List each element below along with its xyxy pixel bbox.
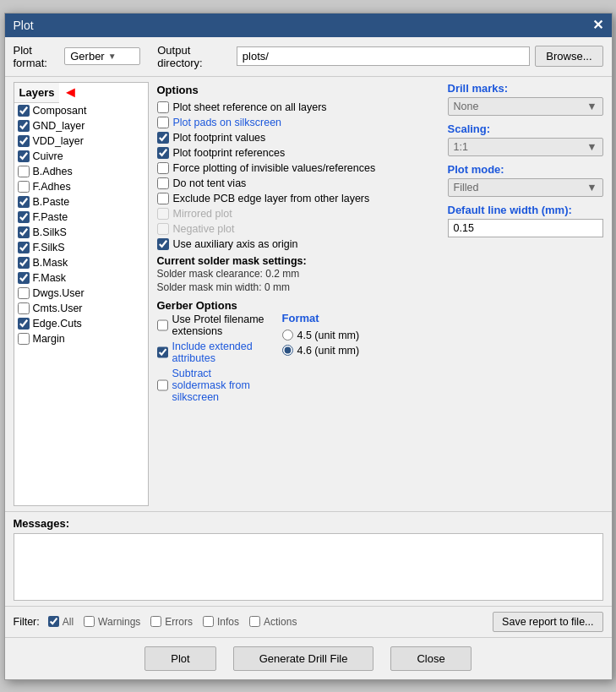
title-bar: Plot ✕ <box>5 14 612 37</box>
layer-name: VDD_layer <box>33 135 84 147</box>
format-radio[interactable] <box>282 345 293 356</box>
plot-format-select[interactable]: Gerber ▼ <box>64 47 140 65</box>
filter-checkbox-faction[interactable] <box>249 616 260 627</box>
filter-checkbox-fall[interactable] <box>48 616 59 627</box>
layer-name: Cuivre <box>33 150 63 162</box>
layer-checkbox[interactable] <box>18 257 30 269</box>
browse-button[interactable]: Browse... <box>535 46 602 67</box>
option-checkbox[interactable] <box>157 147 169 159</box>
option-label: Use auxiliary axis as origin <box>173 238 298 250</box>
layer-item[interactable]: Dwgs.User <box>14 286 148 301</box>
layer-item[interactable]: Composant <box>14 103 148 118</box>
layer-item[interactable]: Cuivre <box>14 149 148 164</box>
option-row: Plot sheet reference on all layers <box>157 100 434 115</box>
format-option-row: 4.6 (unit mm) <box>282 343 434 358</box>
filter-checkbox-finfo[interactable] <box>203 616 214 627</box>
layer-checkbox[interactable] <box>18 120 30 132</box>
drill-marks-select[interactable]: None ▼ <box>448 97 603 116</box>
layer-item[interactable]: Cmts.User <box>14 301 148 316</box>
save-report-button[interactable]: Save report to file... <box>493 612 602 632</box>
layer-item[interactable]: F.SilkS <box>14 240 148 255</box>
scaling-select[interactable]: 1:1 ▼ <box>448 138 603 156</box>
filter-checkbox-fwarn[interactable] <box>84 616 95 627</box>
gerber-option-checkbox[interactable] <box>157 346 168 358</box>
format-title: Format <box>282 312 434 324</box>
layers-panel: Layers ◄ ComposantGND_layerVDD_layerCuiv… <box>14 82 149 506</box>
scaling-group: Scaling: 1:1 ▼ <box>448 123 603 156</box>
layer-checkbox[interactable] <box>18 211 30 223</box>
layer-name: B.Paste <box>33 196 70 208</box>
layer-name: Edge.Cuts <box>33 318 82 330</box>
close-icon[interactable]: ✕ <box>592 19 603 32</box>
layer-checkbox[interactable] <box>18 135 30 147</box>
option-label: Do not tent vias <box>173 177 247 189</box>
layer-item[interactable]: B.SilkS <box>14 225 148 240</box>
chevron-down-icon: ▼ <box>586 101 597 112</box>
solder-mask-section: Current solder mask settings: Solder mas… <box>157 255 434 294</box>
messages-section: Messages: <box>5 511 612 606</box>
layer-checkbox[interactable] <box>18 226 30 238</box>
line-width-input[interactable] <box>448 219 603 237</box>
drill-marks-title: Drill marks: <box>448 82 603 95</box>
layer-name: F.Mask <box>33 272 67 284</box>
option-checkbox[interactable] <box>157 117 169 128</box>
generate-drill-button[interactable]: Generate Drill File <box>233 646 374 671</box>
format-options: 4.5 (unit mm)4.6 (unit mm) <box>282 328 434 358</box>
layer-item[interactable]: B.Mask <box>14 255 148 270</box>
layer-checkbox[interactable] <box>18 333 30 345</box>
layer-checkbox[interactable] <box>18 318 30 330</box>
output-dir-section: Output directory: Browse... <box>157 44 602 69</box>
chevron-down-icon: ▼ <box>586 182 597 193</box>
layer-checkbox[interactable] <box>18 242 30 253</box>
layer-item[interactable]: F.Paste <box>14 210 148 225</box>
option-checkbox[interactable] <box>157 132 169 144</box>
layer-item[interactable]: F.Adhes <box>14 179 148 194</box>
layer-item[interactable]: Margin <box>14 331 148 346</box>
option-label: Exclude PCB edge layer from other layers <box>173 193 370 204</box>
layer-checkbox[interactable] <box>18 166 30 177</box>
layer-item[interactable]: Edge.Cuts <box>14 316 148 331</box>
layer-name: Composant <box>33 105 87 117</box>
layer-checkbox[interactable] <box>18 196 30 208</box>
output-dir-input[interactable] <box>237 46 531 66</box>
layer-checkbox[interactable] <box>18 181 30 193</box>
option-row: Exclude PCB edge layer from other layers <box>157 191 434 206</box>
option-checkbox[interactable] <box>157 101 169 113</box>
solder-mask-title: Current solder mask settings: <box>157 255 434 267</box>
filter-checkbox-ferr[interactable] <box>150 616 161 627</box>
option-checkbox[interactable] <box>157 177 169 189</box>
option-label: Plot sheet reference on all layers <box>173 101 327 113</box>
plot-mode-title: Plot mode: <box>448 163 603 176</box>
chevron-down-icon: ▼ <box>586 141 597 153</box>
layer-checkbox[interactable] <box>18 302 30 314</box>
bottom-buttons: Plot Generate Drill File Close <box>5 637 612 679</box>
output-dir-label: Output directory: <box>157 44 232 69</box>
layer-item[interactable]: VDD_layer <box>14 133 148 149</box>
option-checkbox[interactable] <box>157 162 169 174</box>
gerber-option-checkbox[interactable] <box>157 319 168 331</box>
plot-button[interactable]: Plot <box>144 646 215 671</box>
layer-checkbox[interactable] <box>18 287 30 299</box>
messages-area <box>14 533 603 601</box>
plot-format-section: Plot format: Gerber ▼ <box>14 44 141 69</box>
layer-item[interactable]: B.Adhes <box>14 164 148 179</box>
layer-checkbox[interactable] <box>18 150 30 162</box>
layer-item[interactable]: F.Mask <box>14 270 148 286</box>
option-row: Force plotting of invisible values/refer… <box>157 161 434 176</box>
plot-mode-select[interactable]: Filled ▼ <box>448 178 603 197</box>
format-radio[interactable] <box>282 330 293 341</box>
layer-name: F.Paste <box>33 211 68 223</box>
layer-name: Margin <box>33 333 65 345</box>
layer-name: B.SilkS <box>33 226 67 238</box>
option-checkbox[interactable] <box>157 238 169 250</box>
close-button[interactable]: Close <box>390 646 471 671</box>
filter-label-fall: All <box>63 616 74 628</box>
option-checkbox[interactable] <box>157 193 169 204</box>
layer-item[interactable]: GND_layer <box>14 118 148 133</box>
gerber-option-checkbox[interactable] <box>157 379 168 391</box>
layer-checkbox[interactable] <box>18 272 30 284</box>
layer-item[interactable]: B.Paste <box>14 194 148 210</box>
plot-mode-group: Plot mode: Filled ▼ <box>448 163 603 197</box>
filter-checkbox-row: Errors <box>150 616 193 628</box>
layer-checkbox[interactable] <box>18 105 30 117</box>
